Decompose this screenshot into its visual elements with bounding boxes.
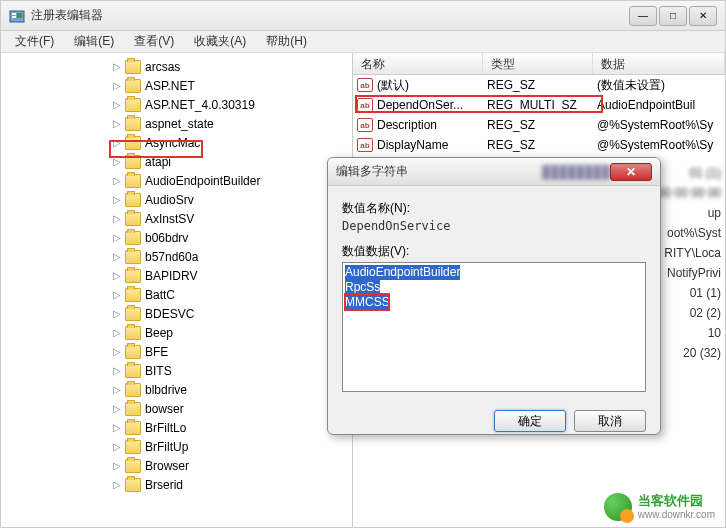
expand-icon[interactable]: ▷ bbox=[111, 118, 123, 130]
tree-label: BrFiltLo bbox=[145, 421, 186, 435]
folder-icon bbox=[125, 326, 141, 340]
close-button[interactable]: ✕ bbox=[689, 6, 717, 26]
value-data-textarea[interactable]: AudioEndpointBuilder RpcSs MMCSS bbox=[342, 262, 646, 392]
tree-item[interactable]: ▷b57nd60a bbox=[1, 247, 352, 266]
tree-label: atapi bbox=[145, 155, 171, 169]
expand-icon[interactable]: ▷ bbox=[111, 346, 123, 358]
tree-item[interactable]: ▷Brserid bbox=[1, 475, 352, 494]
maximize-button[interactable]: □ bbox=[659, 6, 687, 26]
tree-item[interactable]: ▷BrFiltUp bbox=[1, 437, 352, 456]
tree-item[interactable]: ▷BFE bbox=[1, 342, 352, 361]
expand-icon[interactable]: ▷ bbox=[111, 422, 123, 434]
expand-icon[interactable]: ▷ bbox=[111, 403, 123, 415]
expand-icon[interactable]: ▷ bbox=[111, 289, 123, 301]
tree-label: arcsas bbox=[145, 60, 180, 74]
tree-label: BAPIDRV bbox=[145, 269, 197, 283]
watermark-name: 当客软件园 bbox=[638, 494, 715, 508]
tree-label: BattC bbox=[145, 288, 175, 302]
watermark-logo-icon bbox=[604, 493, 632, 521]
list-row[interactable]: ab(默认) REG_SZ (数值未设置) bbox=[353, 75, 725, 95]
menu-favorites[interactable]: 收藏夹(A) bbox=[184, 31, 256, 52]
tree-label: ASP.NET_4.0.30319 bbox=[145, 98, 255, 112]
value-name-label: 数值名称(N): bbox=[342, 200, 646, 217]
watermark: 当客软件园 www.downkr.com bbox=[604, 493, 715, 521]
expand-icon[interactable]: ▷ bbox=[111, 232, 123, 244]
tree-item[interactable]: ▷BITS bbox=[1, 361, 352, 380]
tree-item[interactable]: ▷BrFiltLo bbox=[1, 418, 352, 437]
tree-item[interactable]: ▷aspnet_state bbox=[1, 114, 352, 133]
folder-icon bbox=[125, 440, 141, 454]
folder-icon bbox=[125, 421, 141, 435]
list-row-obscured: 01 (1) bbox=[690, 283, 721, 303]
expand-icon[interactable]: ▷ bbox=[111, 308, 123, 320]
menu-help[interactable]: 帮助(H) bbox=[256, 31, 317, 52]
expand-icon[interactable]: ▷ bbox=[111, 441, 123, 453]
watermark-url: www.downkr.com bbox=[638, 509, 715, 520]
tree-label: aspnet_state bbox=[145, 117, 214, 131]
tree-label: BrFiltUp bbox=[145, 440, 188, 454]
list-row-obscured: 01 (1) bbox=[690, 163, 721, 183]
registry-tree[interactable]: ▷arcsas▷ASP.NET▷ASP.NET_4.0.30319▷aspnet… bbox=[1, 53, 353, 527]
tree-item[interactable]: ▷bowser bbox=[1, 399, 352, 418]
expand-icon[interactable]: ▷ bbox=[111, 80, 123, 92]
tree-item[interactable]: ▷atapi bbox=[1, 152, 352, 171]
tree-item[interactable]: ▷AsyncMac bbox=[1, 133, 352, 152]
svg-rect-1 bbox=[12, 13, 16, 15]
list-row[interactable]: abDependOnSer... REG_MULTI_SZ AudioEndpo… bbox=[353, 95, 725, 115]
expand-icon[interactable]: ▷ bbox=[111, 156, 123, 168]
menu-edit[interactable]: 编辑(E) bbox=[64, 31, 124, 52]
tree-item[interactable]: ▷BAPIDRV bbox=[1, 266, 352, 285]
expand-icon[interactable]: ▷ bbox=[111, 251, 123, 263]
regedit-icon bbox=[9, 8, 25, 24]
cancel-button[interactable]: 取消 bbox=[574, 410, 646, 432]
tree-item[interactable]: ▷ASP.NET bbox=[1, 76, 352, 95]
edit-multistring-dialog: 编辑多字符串 ████████ ✕ 数值名称(N): DependOnServi… bbox=[327, 157, 661, 435]
dialog-close-button[interactable]: ✕ bbox=[610, 163, 652, 181]
expand-icon[interactable]: ▷ bbox=[111, 213, 123, 225]
menu-file[interactable]: 文件(F) bbox=[5, 31, 64, 52]
folder-icon bbox=[125, 383, 141, 397]
tree-item[interactable]: ▷Browser bbox=[1, 456, 352, 475]
folder-icon bbox=[125, 231, 141, 245]
expand-icon[interactable]: ▷ bbox=[111, 99, 123, 111]
col-type[interactable]: 类型 bbox=[483, 53, 593, 74]
ok-button[interactable]: 确定 bbox=[494, 410, 566, 432]
tree-item[interactable]: ▷AudioSrv bbox=[1, 190, 352, 209]
tree-item[interactable]: ▷ASP.NET_4.0.30319 bbox=[1, 95, 352, 114]
col-name[interactable]: 名称 bbox=[353, 53, 483, 74]
cell-type: REG_MULTI_SZ bbox=[483, 98, 593, 112]
menu-view[interactable]: 查看(V) bbox=[124, 31, 184, 52]
expand-icon[interactable]: ▷ bbox=[111, 479, 123, 491]
tree-item[interactable]: ▷Beep bbox=[1, 323, 352, 342]
dialog-titlebar[interactable]: 编辑多字符串 ████████ ✕ bbox=[328, 158, 660, 186]
list-row[interactable]: abDescription REG_SZ @%SystemRoot%\Sy bbox=[353, 115, 725, 135]
expand-icon[interactable]: ▷ bbox=[111, 175, 123, 187]
folder-icon bbox=[125, 250, 141, 264]
tree-item[interactable]: ▷b06bdrv bbox=[1, 228, 352, 247]
string-value-icon: ab bbox=[357, 98, 373, 112]
menubar: 文件(F) 编辑(E) 查看(V) 收藏夹(A) 帮助(H) bbox=[1, 31, 725, 53]
expand-icon[interactable]: ▷ bbox=[111, 460, 123, 472]
window-title: 注册表编辑器 bbox=[31, 7, 629, 24]
col-data[interactable]: 数据 bbox=[593, 53, 725, 74]
expand-icon[interactable]: ▷ bbox=[111, 137, 123, 149]
expand-icon[interactable]: ▷ bbox=[111, 270, 123, 282]
list-row[interactable]: abDisplayName REG_SZ @%SystemRoot%\Sy bbox=[353, 135, 725, 155]
tree-item[interactable]: ▷BDESVC bbox=[1, 304, 352, 323]
dialog-body: 数值名称(N): DependOnService 数值数据(V): AudioE… bbox=[328, 186, 660, 402]
tree-label: BITS bbox=[145, 364, 172, 378]
tree-item[interactable]: ▷AxInstSV bbox=[1, 209, 352, 228]
tree-item[interactable]: ▷arcsas bbox=[1, 57, 352, 76]
expand-icon[interactable]: ▷ bbox=[111, 194, 123, 206]
expand-icon[interactable]: ▷ bbox=[111, 384, 123, 396]
expand-icon[interactable]: ▷ bbox=[111, 61, 123, 73]
expand-icon[interactable]: ▷ bbox=[111, 327, 123, 339]
minimize-button[interactable]: — bbox=[629, 6, 657, 26]
tree-item[interactable]: ▷blbdrive bbox=[1, 380, 352, 399]
tree-item[interactable]: ▷BattC bbox=[1, 285, 352, 304]
expand-icon[interactable]: ▷ bbox=[111, 365, 123, 377]
svg-rect-2 bbox=[12, 16, 16, 18]
tree-item[interactable]: ▷AudioEndpointBuilder bbox=[1, 171, 352, 190]
string-value-icon: ab bbox=[357, 138, 373, 152]
folder-icon bbox=[125, 136, 141, 150]
